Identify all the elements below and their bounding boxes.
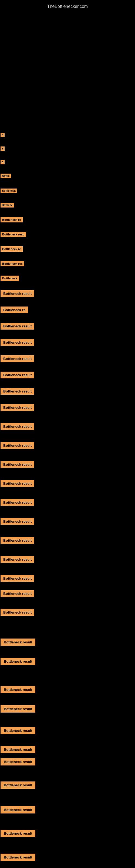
- bottleneck-result-label: Bottleneck resu: [1, 231, 26, 237]
- bottleneck-result-label: B: [1, 160, 5, 164]
- bottleneck-result-label: Bottleneck result: [1, 727, 35, 734]
- bottleneck-result-label: Bottleneck result: [1, 705, 35, 713]
- bottleneck-result-label: Bottleneck result: [1, 537, 34, 544]
- bottleneck-result-label: Bottleneck result: [1, 609, 34, 616]
- bottleneck-result-label: Bottleneck result: [1, 339, 34, 346]
- bottleneck-result-label: Bottleneck result: [1, 590, 34, 597]
- bottleneck-result-label: Bottlene: [1, 203, 14, 208]
- bottleneck-result-label: Bottleneck result: [1, 461, 34, 468]
- bottleneck-result-label: Bottleneck result: [1, 480, 34, 487]
- bottleneck-result-label: Bottleneck result: [1, 388, 34, 395]
- bottleneck-result-label: B: [1, 133, 5, 137]
- bottleneck-result-label: B: [1, 147, 5, 151]
- bottleneck-result-label: Bottleneck result: [1, 518, 34, 525]
- bottleneck-result-label: Bottleneck: [1, 276, 19, 281]
- bottleneck-result-label: Bottleneck result: [1, 575, 34, 582]
- bottleneck-result-label: Bottleneck result: [1, 746, 35, 753]
- bottleneck-result-label: Bottleneck result: [1, 442, 34, 449]
- bottleneck-result-label: Bottleneck result: [1, 423, 34, 430]
- bottleneck-result-label: Bottleneck result: [1, 556, 34, 563]
- bottleneck-result-label: Bottleneck result: [1, 758, 35, 766]
- bottleneck-result-label: Bottleneck result: [1, 290, 34, 297]
- bottleneck-result-label: Bottleneck re: [1, 217, 23, 222]
- bottleneck-result-label: Bottleneck re: [1, 307, 28, 313]
- bottleneck-result-label: Bottleneck result: [1, 404, 34, 411]
- bottleneck-result-label: Bottleneck result: [1, 499, 34, 506]
- bottleneck-result-label: Bottleneck result: [1, 781, 35, 789]
- bottleneck-result-label: Bottleneck: [1, 188, 17, 193]
- bottleneck-result-label: Bottleneck result: [1, 686, 35, 693]
- bottleneck-result-label: Bottleneck result: [1, 854, 35, 861]
- bottleneck-result-label: Bottleneck re: [1, 246, 23, 252]
- bottleneck-result-label: Bottleneck result: [1, 658, 35, 665]
- bottleneck-result-label: Bottle: [1, 174, 11, 178]
- bottleneck-result-label: Bottleneck result: [1, 323, 34, 330]
- bottleneck-result-label: Bottleneck result: [1, 830, 35, 837]
- bottleneck-result-label: Bottleneck result: [1, 372, 34, 378]
- bottleneck-result-label: Bottleneck result: [1, 806, 35, 813]
- bottleneck-result-label: Bottleneck result: [1, 639, 35, 646]
- site-title: TheBottlenecker.com: [47, 1, 88, 12]
- bottleneck-result-label: Bottleneck result: [1, 355, 34, 362]
- bottleneck-result-label: Bottleneck res: [1, 261, 24, 267]
